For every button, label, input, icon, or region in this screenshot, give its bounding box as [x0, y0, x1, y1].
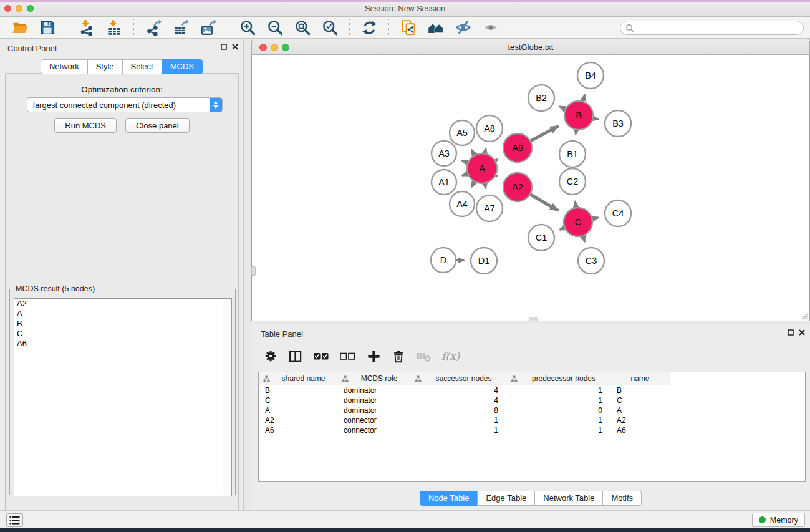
tab-network[interactable]: Network	[41, 59, 88, 74]
node-C[interactable]: C	[564, 208, 592, 236]
task-history-button[interactable]	[6, 513, 23, 527]
show-column-panel-button[interactable]	[288, 349, 302, 364]
close-panel-icon[interactable]	[232, 44, 238, 50]
cell-name[interactable]: B	[610, 386, 670, 395]
cell-shared-name[interactable]: A2	[259, 416, 337, 425]
float-panel-icon[interactable]	[788, 329, 794, 336]
run-mcds-button[interactable]: Run MCDS	[54, 118, 117, 133]
tab-edge-table[interactable]: Edge Table	[477, 491, 535, 506]
home-button[interactable]	[425, 18, 446, 37]
open-session-button[interactable]	[9, 18, 31, 37]
node-C1[interactable]: C1	[528, 225, 554, 251]
table-row[interactable]: Adominator80A	[259, 405, 805, 415]
cell-predecessor-nodes[interactable]: 1	[506, 426, 610, 435]
tab-network-table[interactable]: Network Table	[534, 491, 603, 506]
cell-mcds-role[interactable]: dominator	[337, 396, 410, 405]
mcds-result-item[interactable]: B	[14, 319, 231, 329]
network-window-titlebar[interactable]: testGlobe.txt	[251, 39, 810, 55]
memory-button[interactable]: Memory	[752, 513, 805, 527]
mcds-result-list[interactable]: A2ABCA6	[14, 298, 232, 496]
node-A4[interactable]: A4	[450, 191, 475, 216]
criterion-select[interactable]: largest connected component (directed)	[27, 97, 223, 112]
node-A7[interactable]: A7	[476, 195, 503, 221]
tab-mcds[interactable]: MCDS	[162, 59, 203, 74]
column-header-name[interactable]: name	[610, 372, 670, 385]
show-all-button[interactable]	[480, 18, 501, 37]
cell-successor-nodes[interactable]: 4	[410, 386, 506, 395]
edge-A2-C[interactable]	[529, 194, 558, 211]
tab-node-table[interactable]: Node Table	[420, 491, 478, 506]
network-graph[interactable]: B4B2BB3A5A8A6A3B1AA1C2A2A4A7C4CC1C3DD1	[252, 55, 809, 320]
node-D[interactable]: D	[431, 248, 456, 273]
column-header-successor-nodes[interactable]: successor nodes	[410, 372, 506, 385]
table-row[interactable]: Cdominator41C	[259, 395, 805, 405]
network-canvas[interactable]: B4B2BB3A5A8A6A3B1AA1C2A2A4A7C4CC1C3DD1	[251, 55, 810, 321]
cell-successor-nodes[interactable]: 4	[410, 396, 506, 405]
new-network-from-selection-button[interactable]	[398, 18, 419, 37]
node-C3[interactable]: C3	[578, 248, 604, 274]
cell-shared-name[interactable]: B	[259, 386, 337, 395]
cell-mcds-role[interactable]: connector	[337, 426, 410, 435]
mcds-result-item[interactable]: A6	[14, 339, 231, 349]
cell-mcds-role[interactable]: connector	[337, 416, 410, 425]
cell-name[interactable]: C	[610, 396, 670, 405]
zoom-fit-button[interactable]	[292, 18, 313, 37]
import-table-button[interactable]	[104, 18, 125, 37]
close-panel-button[interactable]: Close panel	[125, 118, 190, 133]
hide-selected-button[interactable]	[453, 18, 474, 37]
select-all-columns-button[interactable]	[313, 349, 329, 363]
node-table[interactable]: shared nameMCDS rolesuccessor nodesprede…	[258, 372, 806, 482]
cell-mcds-role[interactable]: dominator	[337, 386, 410, 395]
cell-name[interactable]: A	[610, 406, 670, 415]
node-A3[interactable]: A3	[432, 141, 456, 166]
mcds-result-item[interactable]: C	[14, 329, 231, 339]
cell-predecessor-nodes[interactable]: 1	[506, 396, 610, 405]
table-row[interactable]: A2connector11A2	[259, 415, 805, 425]
table-row[interactable]: Bdominator41B	[259, 385, 805, 395]
cell-predecessor-nodes[interactable]: 1	[506, 386, 610, 395]
resize-grip-icon[interactable]	[799, 310, 809, 320]
cell-shared-name[interactable]: A6	[259, 426, 337, 435]
node-B[interactable]: B	[564, 101, 593, 130]
zoom-in-button[interactable]	[237, 18, 258, 37]
refresh-view-button[interactable]	[359, 18, 380, 37]
cell-name[interactable]: A6	[610, 426, 670, 435]
node-B2[interactable]: B2	[528, 85, 554, 111]
node-B4[interactable]: B4	[577, 62, 604, 89]
node-A6[interactable]: A6	[503, 133, 532, 162]
node-B1[interactable]: B1	[559, 141, 586, 167]
column-header-mcds-role[interactable]: MCDS role	[337, 372, 410, 385]
import-network-button[interactable]	[76, 18, 97, 37]
zoom-selected-button[interactable]	[319, 18, 340, 37]
search-input[interactable]	[634, 22, 803, 34]
edge-A6-B[interactable]	[529, 126, 559, 142]
search-field[interactable]	[620, 21, 804, 35]
cell-shared-name[interactable]: A	[259, 406, 337, 415]
node-D1[interactable]: D1	[471, 248, 497, 274]
node-A[interactable]: A	[467, 153, 497, 183]
node-A5[interactable]: A5	[450, 120, 475, 145]
column-header-predecessor-nodes[interactable]: predecessor nodes	[506, 372, 610, 385]
tab-select[interactable]: Select	[122, 59, 162, 74]
cell-mcds-role[interactable]: dominator	[337, 406, 410, 415]
node-C2[interactable]: C2	[559, 168, 586, 195]
zoom-out-button[interactable]	[264, 18, 286, 37]
node-C4[interactable]: C4	[605, 200, 631, 226]
cell-successor-nodes[interactable]: 8	[410, 406, 506, 415]
node-A1[interactable]: A1	[432, 170, 456, 195]
table-settings-button[interactable]	[264, 349, 277, 363]
delete-columns-button[interactable]	[392, 349, 405, 364]
cell-successor-nodes[interactable]: 1	[410, 426, 506, 435]
panel-resize-handle[interactable]	[529, 317, 538, 321]
save-session-button[interactable]	[37, 18, 58, 37]
cell-successor-nodes[interactable]: 1	[410, 416, 506, 425]
mcds-result-item[interactable]: A2	[14, 299, 231, 309]
tab-style[interactable]: Style	[87, 59, 123, 74]
tab-motifs[interactable]: Motifs	[602, 491, 642, 506]
export-network-button[interactable]	[143, 18, 164, 37]
cell-shared-name[interactable]: C	[259, 396, 337, 405]
node-A8[interactable]: A8	[476, 115, 503, 142]
node-A2[interactable]: A2	[503, 173, 532, 201]
cell-name[interactable]: A2	[610, 416, 670, 425]
close-panel-icon[interactable]	[799, 329, 805, 336]
